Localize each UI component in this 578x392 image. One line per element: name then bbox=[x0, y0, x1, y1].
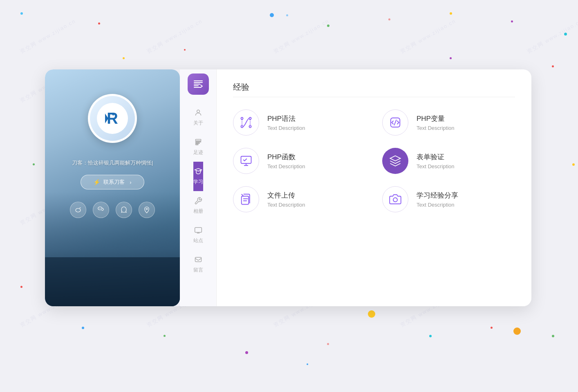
confetti-dot bbox=[564, 33, 567, 36]
location-icon[interactable] bbox=[139, 202, 155, 218]
skill-name: 表单验证 bbox=[417, 152, 454, 162]
sidebar-item-关于[interactable]: 关于 bbox=[193, 103, 203, 132]
section-title: 经验 bbox=[233, 82, 515, 93]
skill-icon-layers bbox=[382, 148, 408, 174]
skill-name: 学习经验分享 bbox=[417, 191, 458, 200]
sidebar-item-站点[interactable]: 站点 bbox=[193, 220, 203, 250]
sidebar-logo-icon bbox=[193, 78, 204, 90]
sidebar-item-label: 相册 bbox=[193, 208, 203, 215]
skill-info: 文件上传 Text Description bbox=[267, 191, 305, 208]
skill-icon-bezier bbox=[233, 109, 259, 136]
confetti-dot bbox=[33, 163, 35, 165]
skill-card-4: 文件上传 Text Description bbox=[233, 186, 366, 212]
svg-point-22 bbox=[393, 198, 397, 202]
qq-icon[interactable] bbox=[116, 202, 132, 218]
confetti-dot bbox=[98, 22, 100, 24]
sidebar-学习-icon bbox=[194, 167, 202, 177]
skill-card-2: PHP函数 Text Description bbox=[233, 148, 366, 174]
bottom-accent-dot bbox=[513, 327, 521, 335]
skill-name: PHP变量 bbox=[417, 114, 454, 123]
svg-point-17 bbox=[241, 118, 243, 120]
svg-rect-10 bbox=[195, 141, 201, 142]
contact-arrow-icon: › bbox=[130, 179, 131, 185]
watermark-text: 资交网 www.zijiao.cn bbox=[146, 18, 204, 56]
skill-desc: Text Description bbox=[267, 125, 305, 131]
contact-icon: ⚡ bbox=[93, 179, 100, 185]
confetti-dot bbox=[552, 65, 554, 67]
confetti-dot bbox=[164, 335, 166, 337]
social-icons-row bbox=[70, 202, 155, 218]
main-card: R ✦ 刀客：恰这碎银几两能解万种惆怅| ⚡ 联系刀客 › bbox=[45, 69, 531, 306]
sidebar-item-label: 足迹 bbox=[193, 149, 203, 156]
watermark-text: 资交网 www.zijiao.cn bbox=[399, 18, 457, 56]
confetti-dot bbox=[450, 12, 452, 15]
skill-info: PHP函数 Text Description bbox=[267, 152, 305, 169]
skill-info: 表单验证 Text Description bbox=[417, 152, 454, 169]
main-content-area: 经验 PHP语法 Text Description PHP变量 Text Des… bbox=[217, 69, 531, 306]
svg-rect-11 bbox=[195, 143, 199, 144]
skill-icon-code bbox=[382, 109, 408, 136]
sidebar-item-label: 站点 bbox=[193, 237, 203, 244]
svg-point-5 bbox=[99, 208, 100, 209]
sidebar-关于-icon bbox=[194, 109, 202, 118]
skill-card-1: PHP变量 Text Description bbox=[382, 109, 515, 136]
confetti-dot bbox=[82, 327, 84, 329]
profile-content: R ✦ 刀客：恰这碎银几两能解万种惆怅| ⚡ 联系刀客 › bbox=[45, 69, 180, 306]
sidebar-nav: 关于 足迹 学习 相册 站点 留言 bbox=[193, 103, 203, 279]
avatar: R ✦ bbox=[88, 94, 137, 143]
skills-grid: PHP语法 Text Description PHP变量 Text Descri… bbox=[233, 109, 515, 212]
sidebar-item-label: 学习 bbox=[193, 178, 203, 185]
sidebar-item-足迹[interactable]: 足迹 bbox=[193, 132, 203, 162]
wechat-icon[interactable] bbox=[93, 202, 109, 218]
skill-name: PHP函数 bbox=[267, 152, 305, 162]
brand-logo-icon: R ✦ bbox=[96, 102, 129, 135]
watermark-text: 资交网 www.zijiao.cn bbox=[272, 18, 331, 56]
confetti-dot bbox=[20, 12, 23, 15]
avatar-inner: R ✦ bbox=[90, 96, 135, 141]
skill-icon-monitor bbox=[233, 148, 259, 174]
sidebar-足迹-icon bbox=[194, 138, 202, 147]
svg-rect-14 bbox=[195, 257, 201, 262]
sidebar-item-学习[interactable]: 学习 bbox=[193, 162, 203, 191]
skill-card-3: 表单验证 Text Description bbox=[382, 148, 515, 174]
confetti-dot bbox=[270, 13, 274, 17]
sidebar-站点-icon bbox=[194, 226, 202, 236]
svg-point-8 bbox=[197, 110, 199, 113]
skill-desc: Text Description bbox=[417, 163, 454, 169]
sidebar-item-相册[interactable]: 相册 bbox=[193, 191, 203, 220]
skill-name: PHP语法 bbox=[267, 114, 305, 123]
confetti-dot bbox=[245, 351, 248, 354]
confetti-dot bbox=[20, 286, 22, 288]
contact-button[interactable]: ⚡ 联系刀客 › bbox=[81, 175, 144, 189]
weibo-icon[interactable] bbox=[70, 202, 86, 218]
svg-rect-9 bbox=[195, 139, 201, 140]
contact-btn-label: 联系刀客 bbox=[103, 178, 125, 186]
skill-info: 学习经验分享 Text Description bbox=[417, 191, 458, 208]
profile-quote: 刀客：恰这碎银几两能解万种惆怅| bbox=[64, 159, 161, 167]
confetti-dot bbox=[572, 163, 575, 166]
svg-point-18 bbox=[249, 126, 251, 128]
skill-desc: Text Description bbox=[417, 125, 454, 131]
confetti-dot bbox=[327, 343, 329, 345]
sidebar-item-留言[interactable]: 留言 bbox=[193, 250, 203, 279]
sidebar-item-label: 关于 bbox=[193, 120, 203, 127]
svg-rect-21 bbox=[242, 196, 249, 205]
confetti-dot bbox=[552, 335, 554, 337]
section-divider bbox=[233, 97, 515, 97]
svg-rect-12 bbox=[195, 144, 198, 145]
sidebar-留言-icon bbox=[194, 256, 202, 265]
skill-card-0: PHP语法 Text Description bbox=[233, 109, 366, 136]
sidebar-logo[interactable] bbox=[188, 74, 209, 95]
confetti-dot bbox=[327, 24, 329, 27]
confetti-dot bbox=[368, 310, 375, 318]
confetti-dot bbox=[184, 49, 186, 51]
confetti-dot bbox=[388, 18, 390, 20]
skill-desc: Text Description bbox=[267, 163, 305, 169]
skill-info: PHP语法 Text Description bbox=[267, 114, 305, 131]
svg-point-7 bbox=[146, 208, 148, 210]
sidebar: 关于 足迹 学习 相册 站点 留言 bbox=[180, 69, 217, 306]
skill-desc: Text Description bbox=[417, 202, 458, 208]
skill-icon-camera bbox=[382, 186, 408, 212]
confetti-dot bbox=[123, 57, 125, 59]
confetti-dot bbox=[429, 335, 432, 337]
